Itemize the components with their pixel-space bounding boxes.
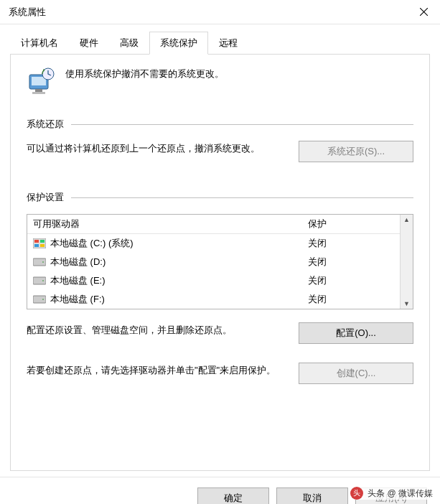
svg-rect-14 bbox=[33, 296, 46, 303]
divider bbox=[71, 197, 413, 198]
drive-name: 本地磁盘 (E:) bbox=[50, 274, 106, 287]
svg-rect-6 bbox=[34, 240, 39, 243]
tab-computer-name[interactable]: 计算机名 bbox=[10, 32, 69, 55]
tab-system-protection[interactable]: 系统保护 bbox=[149, 32, 208, 55]
drive-name: 本地磁盘 (F:) bbox=[50, 293, 105, 306]
svg-rect-2 bbox=[35, 89, 42, 92]
scroll-up-icon: ▲ bbox=[403, 216, 410, 223]
system-protection-icon bbox=[27, 67, 55, 96]
svg-point-13 bbox=[42, 280, 44, 281]
cancel-button[interactable]: 取消 bbox=[276, 487, 348, 504]
drive-name: 本地磁盘 (D:) bbox=[50, 256, 106, 269]
svg-rect-7 bbox=[40, 240, 45, 243]
svg-rect-9 bbox=[40, 244, 45, 247]
drive-name: 本地磁盘 (C:) (系统) bbox=[50, 237, 134, 250]
svg-rect-10 bbox=[33, 258, 46, 266]
create-description: 若要创建还原点，请先选择驱动器并单击"配置"来启用保护。 bbox=[27, 363, 286, 378]
restore-description: 可以通过将计算机还原到上一个还原点，撤消系统更改。 bbox=[27, 141, 286, 157]
col-header-protection: 保护 bbox=[308, 218, 394, 230]
tabstrip: 计算机名 硬件 高级 系统保护 远程 bbox=[10, 32, 430, 55]
drive-listbox[interactable]: 可用驱动器 保护 本地磁盘 (C:) (系统) 关闭 本地磁盘 (D: bbox=[27, 214, 413, 309]
window-title: 系统属性 bbox=[9, 6, 46, 19]
svg-rect-8 bbox=[34, 244, 39, 247]
drive-status: 关闭 bbox=[308, 293, 394, 306]
scrollbar[interactable]: ▲ ▼ bbox=[400, 215, 413, 309]
create-button[interactable]: 创建(C)... bbox=[299, 363, 413, 384]
watermark-logo-icon: 头 bbox=[350, 487, 363, 500]
tab-remote[interactable]: 远程 bbox=[208, 32, 248, 55]
drive-row[interactable]: 本地磁盘 (D:) 关闭 bbox=[27, 253, 400, 271]
svg-point-15 bbox=[42, 299, 44, 300]
watermark-text: 头条 @ 微课传媒 bbox=[368, 487, 433, 500]
drive-row[interactable]: 本地磁盘 (C:) (系统) 关闭 bbox=[27, 234, 400, 253]
ok-button[interactable]: 确定 bbox=[197, 487, 269, 504]
hdd-icon bbox=[33, 257, 46, 267]
divider bbox=[71, 124, 413, 125]
windows-drive-icon bbox=[33, 238, 46, 248]
hdd-icon bbox=[33, 294, 46, 304]
drive-row[interactable]: 本地磁盘 (E:) 关闭 bbox=[27, 271, 400, 290]
section-restore-title: 系统还原 bbox=[27, 118, 64, 131]
drive-status: 关闭 bbox=[308, 274, 394, 287]
tab-advanced[interactable]: 高级 bbox=[109, 32, 149, 55]
drive-status: 关闭 bbox=[308, 237, 394, 250]
watermark: 头 头条 @ 微课传媒 bbox=[350, 487, 433, 500]
drive-row[interactable]: 本地磁盘 (F:) 关闭 bbox=[27, 290, 400, 309]
configure-button[interactable]: 配置(O)... bbox=[299, 322, 413, 344]
section-protect-title: 保护设置 bbox=[27, 191, 64, 204]
close-button[interactable] bbox=[407, 0, 440, 24]
scroll-down-icon: ▼ bbox=[403, 300, 410, 307]
tabpage-system-protection: 使用系统保护撤消不需要的系统更改。 系统还原 可以通过将计算机还原到上一个还原点… bbox=[10, 55, 430, 471]
svg-point-11 bbox=[42, 261, 44, 263]
close-icon bbox=[420, 8, 428, 16]
tab-hardware[interactable]: 硬件 bbox=[69, 32, 109, 55]
configure-description: 配置还原设置、管理磁盘空间，并且删除还原点。 bbox=[27, 322, 286, 338]
system-restore-button[interactable]: 系统还原(S)... bbox=[299, 141, 413, 162]
svg-rect-12 bbox=[33, 277, 46, 284]
svg-rect-3 bbox=[32, 92, 45, 94]
drive-status: 关闭 bbox=[308, 256, 394, 269]
col-header-drive: 可用驱动器 bbox=[33, 218, 308, 230]
intro-text: 使用系统保护撤消不需要的系统更改。 bbox=[65, 67, 224, 80]
hdd-icon bbox=[33, 276, 46, 286]
